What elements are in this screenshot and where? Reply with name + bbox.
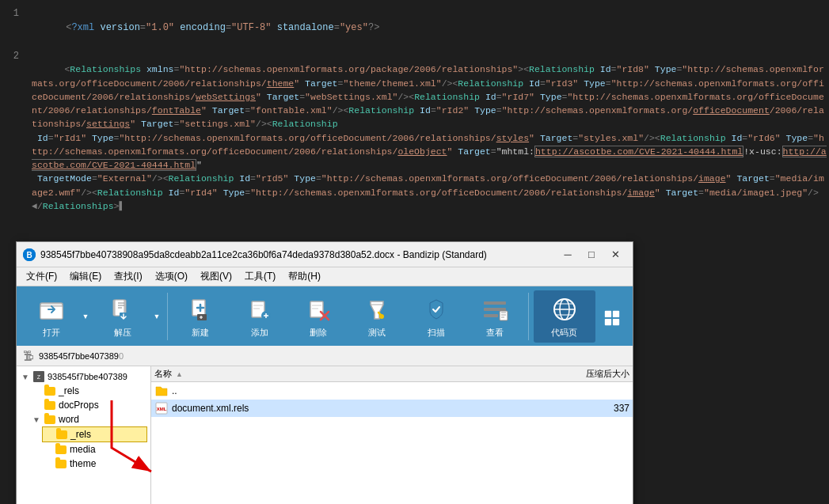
extract-dropdown[interactable]: ▼ [151, 291, 162, 342]
svg-rect-24 [605, 310, 611, 316]
parent-dir-name: .. [172, 385, 550, 396]
add-label: 添加 [251, 327, 268, 339]
delete-button[interactable]: 删除 [291, 290, 346, 343]
code-editor: 1 <?xml version="1.0" encoding="UTF-8" s… [0, 0, 829, 237]
extract-label: 解压 [114, 327, 131, 339]
folder-yellow-3-icon [44, 415, 55, 424]
menu-help[interactable]: 帮助(H) [282, 268, 327, 285]
xml-file-icon: XML [154, 401, 169, 415]
separator-2 [528, 293, 529, 340]
parent-dir-icon [154, 384, 169, 398]
folder-word-icon [44, 413, 56, 426]
menu-view[interactable]: 视图(V) [194, 268, 238, 285]
file-panel: 名称 ▲ 压缩后大小 .. [151, 366, 633, 504]
window-title: 938545f7bbe40738908a95da8cdeabb2a11ce2ca… [40, 249, 557, 260]
window-controls: ─ □ ✕ [557, 246, 626, 263]
tree-panel: ▼ Z 938545f7bbe407389 _rels [17, 366, 151, 504]
svg-rect-26 [605, 318, 611, 324]
main-area: ▼ Z 938545f7bbe407389 _rels [17, 366, 633, 504]
zip-icon: 🗜 [23, 350, 34, 362]
view-button[interactable]: 查看 [467, 290, 523, 343]
svg-text:XML: XML [157, 407, 167, 411]
menu-find[interactable]: 查找(I) [108, 268, 148, 285]
address-bar: 🗜 938545f7bbe4073890 [17, 346, 633, 366]
line-number-1: 1 [0, 6, 32, 49]
document-xml-rels-name: document.xml.rels [172, 403, 550, 414]
minimize-button[interactable]: ─ [557, 246, 579, 263]
code-line-2: 2 <Relationships xmlns="http://schemas.o… [0, 49, 829, 226]
svg-rect-16 [484, 308, 506, 311]
col-name-header[interactable]: 名称 ▲ [151, 368, 553, 380]
tree-item-media[interactable]: media [42, 442, 147, 457]
tree-label-word: word [59, 414, 79, 425]
sort-arrow: ▲ [176, 370, 183, 378]
line-content-2: <Relationships xmlns="http://schemas.ope… [32, 49, 829, 226]
extract-button[interactable]: 解压 [94, 290, 151, 343]
tree-item-theme[interactable]: theme [42, 457, 147, 471]
document-xml-rels-size: 337 [550, 403, 629, 414]
open-button-group: 打开 ▼ [23, 290, 91, 343]
folder-yellow-4-icon [56, 430, 67, 439]
folder-yellow-6-icon [55, 460, 67, 468]
extract-button-group: 解压 ▼ [94, 290, 162, 343]
folder-docprops-icon [44, 399, 56, 411]
add-icon [245, 294, 275, 324]
tree-item-root[interactable]: ▼ Z 938545f7bbe407389 [20, 369, 147, 384]
tree-item-docprops[interactable]: docProps [31, 398, 147, 412]
menu-edit[interactable]: 编辑(E) [63, 268, 108, 285]
file-row-document-xml-rels[interactable]: XML document.xml.rels 337 [151, 400, 633, 417]
scan-label: 扫描 [428, 327, 445, 339]
scan-button[interactable]: 扫描 [409, 290, 464, 343]
bandizip-window: B 938545f7bbe40738908a95da8cdeabb2a11ce2… [16, 241, 633, 504]
zip-file-icon: Z [32, 370, 45, 383]
file-row-parent[interactable]: .. [151, 382, 633, 400]
folder-yellow-5-icon [55, 445, 67, 454]
address-text: 938545f7bbe4073890 [39, 351, 124, 361]
tree-label-theme: theme [70, 458, 96, 469]
codepage-icon [549, 294, 580, 324]
open-button[interactable]: 打开 [23, 290, 80, 343]
tree-item-rels[interactable]: _rels [31, 384, 147, 398]
open-icon [36, 294, 67, 324]
delete-label: 删除 [310, 327, 327, 339]
menu-bar: 文件(F) 编辑(E) 查找(I) 选项(O) 视图(V) 工具(T) 帮助(H… [17, 267, 633, 286]
tree-item-word-rels[interactable]: _rels [42, 426, 147, 442]
menu-tools[interactable]: 工具(T) [238, 268, 282, 285]
folder-yellow-2-icon [44, 401, 55, 410]
menu-options[interactable]: 选项(O) [149, 268, 194, 285]
folder-word-rels-icon [55, 428, 68, 441]
new-icon [185, 294, 215, 324]
test-button[interactable]: 测试 [349, 290, 405, 343]
open-dropdown[interactable]: ▼ [80, 291, 91, 342]
tree-expand-root: ▼ [21, 373, 32, 381]
app-icon: B [23, 248, 36, 261]
close-button[interactable]: ✕ [604, 246, 626, 263]
toolbar: 打开 ▼ 解压 ▼ [17, 286, 633, 346]
test-icon [362, 294, 392, 324]
svg-point-14 [379, 314, 384, 319]
extract-icon [108, 294, 138, 324]
tree-item-word[interactable]: ▼ word [31, 412, 147, 426]
svg-rect-17 [484, 314, 498, 317]
col-size-header[interactable]: 压缩后大小 [553, 368, 633, 380]
codepage-button[interactable]: 代码页 [534, 290, 595, 343]
extra-button[interactable] [599, 293, 626, 345]
new-button[interactable]: 新建 [173, 290, 228, 343]
folder-theme-icon [55, 457, 67, 470]
add-button[interactable]: 添加 [231, 290, 287, 343]
line-number-2: 2 [0, 49, 32, 63]
tree-expand-word: ▼ [32, 415, 44, 424]
tree-label-word-rels: _rels [70, 429, 91, 440]
maximize-button[interactable]: □ [580, 246, 603, 263]
tree-label-media: media [70, 444, 96, 455]
line-content-1: <?xml version="1.0" encoding="UTF-8" sta… [32, 6, 829, 49]
code-line-1: 1 <?xml version="1.0" encoding="UTF-8" s… [0, 6, 829, 49]
test-label: 测试 [368, 327, 386, 339]
folder-rels-icon [44, 385, 56, 397]
menu-file[interactable]: 文件(F) [20, 268, 63, 285]
svg-text:B: B [26, 251, 32, 260]
tree-label-root: 938545f7bbe407389 [48, 372, 127, 381]
view-icon [480, 294, 510, 324]
file-list-header: 名称 ▲ 压缩后大小 [151, 366, 633, 382]
tree-label-rels: _rels [59, 385, 79, 396]
